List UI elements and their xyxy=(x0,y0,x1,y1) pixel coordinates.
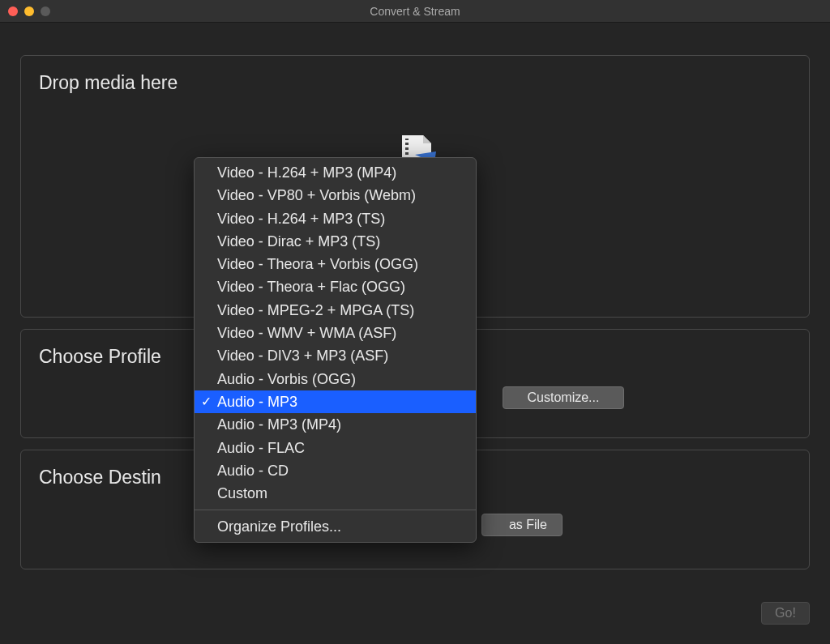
svg-rect-1 xyxy=(405,140,409,143)
profile-dropdown-menu: Video - H.264 + MP3 (MP4)Video - VP80 + … xyxy=(194,157,477,543)
profile-option-label: Video - VP80 + Vorbis (Webm) xyxy=(217,187,416,203)
profile-option[interactable]: Video - VP80 + Vorbis (Webm) xyxy=(195,184,476,207)
profile-option[interactable]: Video - Dirac + MP3 (TS) xyxy=(195,230,476,253)
profile-option[interactable]: Video - H.264 + MP3 (TS) xyxy=(195,207,476,230)
profile-option[interactable]: Audio - MP3 (MP4) xyxy=(195,413,476,436)
titlebar: Convert & Stream xyxy=(0,0,830,23)
profile-option[interactable]: Video - Theora + Vorbis (OGG) xyxy=(195,253,476,275)
go-button[interactable]: Go! xyxy=(761,602,810,625)
profile-option[interactable]: Video - Theora + Flac (OGG) xyxy=(195,275,476,298)
zoom-window-button[interactable] xyxy=(41,6,50,16)
profile-option-label: Audio - Vorbis (OGG) xyxy=(217,371,356,387)
profile-option[interactable]: Audio - CD xyxy=(195,459,476,482)
profile-option-label: Video - Dirac + MP3 (TS) xyxy=(217,233,380,249)
profile-option[interactable]: Video - H.264 + MP3 (MP4) xyxy=(195,161,476,184)
profile-option-label: Video - MPEG-2 + MPGA (TS) xyxy=(217,302,414,318)
window-controls xyxy=(0,6,50,16)
minimize-window-button[interactable] xyxy=(24,6,34,16)
profile-option-label: Video - WMV + WMA (ASF) xyxy=(217,325,396,341)
profile-option-label: Video - Theora + Flac (OGG) xyxy=(217,279,405,295)
profile-option-label: Audio - CD xyxy=(217,463,289,479)
profile-option-label: Video - H.264 + MP3 (MP4) xyxy=(217,164,396,181)
profile-option[interactable]: Video - WMV + WMA (ASF) xyxy=(195,322,476,344)
organize-profiles-label: Organize Profiles... xyxy=(217,518,341,535)
profile-option[interactable]: Video - MPEG-2 + MPGA (TS) xyxy=(195,299,476,322)
save-as-file-button[interactable]: as File xyxy=(481,514,563,536)
save-as-file-label: as File xyxy=(509,518,547,532)
go-button-label: Go! xyxy=(775,606,796,621)
profile-option[interactable]: Custom xyxy=(195,482,476,505)
profile-option-label: Video - DIV3 + MP3 (ASF) xyxy=(217,348,388,364)
profile-option-label: Audio - MP3 xyxy=(217,394,297,410)
check-icon: ✓ xyxy=(201,390,212,413)
profile-option-label: Audio - MP3 (MP4) xyxy=(217,416,341,433)
window-title: Convert & Stream xyxy=(0,5,830,18)
menu-separator xyxy=(195,510,476,510)
customize-button[interactable]: Customize... xyxy=(503,386,624,409)
svg-rect-3 xyxy=(405,150,409,152)
drop-media-label: Drop media here xyxy=(21,56,809,94)
profile-option[interactable]: Audio - Vorbis (OGG) xyxy=(195,368,476,390)
profile-option[interactable]: Audio - FLAC xyxy=(195,437,476,459)
svg-rect-2 xyxy=(405,145,409,147)
organize-profiles-item[interactable]: Organize Profiles... xyxy=(195,515,476,538)
profile-option-label: Video - Theora + Vorbis (OGG) xyxy=(217,256,418,272)
close-window-button[interactable] xyxy=(8,6,18,16)
profile-option[interactable]: Video - DIV3 + MP3 (ASF) xyxy=(195,344,476,367)
profile-option-label: Audio - FLAC xyxy=(217,440,305,456)
profile-option-label: Custom xyxy=(217,485,267,501)
profile-option-label: Video - H.264 + MP3 (TS) xyxy=(217,211,385,227)
customize-button-label: Customize... xyxy=(528,390,600,405)
profile-option[interactable]: ✓Audio - MP3 xyxy=(195,390,476,413)
